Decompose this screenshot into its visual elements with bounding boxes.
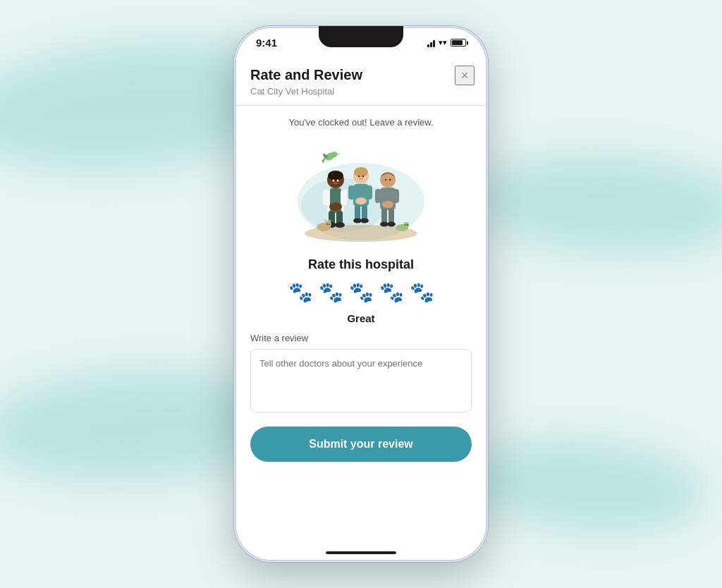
svg-point-41 (387, 221, 396, 226)
svg-point-30 (360, 218, 369, 223)
svg-rect-36 (393, 189, 399, 203)
rate-heading: Rate this hospital (308, 257, 414, 272)
svg-marker-5 (337, 153, 340, 155)
svg-point-22 (362, 175, 364, 176)
submit-button[interactable]: Submit your review (250, 427, 472, 462)
svg-point-8 (333, 179, 335, 181)
svg-point-31 (380, 172, 396, 188)
svg-point-50 (405, 224, 406, 226)
rating-label: Great (347, 312, 374, 324)
phone-frame: 9:41 ▾▾ Rate and Review Cat City Vet Hos… (234, 26, 488, 562)
phone-inner: 9:41 ▾▾ Rate and Review Cat City Vet Hos… (236, 28, 486, 560)
clock-out-text: You've clocked out! Leave a review. (288, 117, 433, 128)
content-area: You've clocked out! Leave a review. (236, 106, 486, 473)
svg-rect-24 (348, 185, 355, 200)
svg-rect-13 (341, 190, 347, 205)
screen: Rate and Review Cat City Vet Hospital × … (236, 53, 486, 546)
paw-3[interactable]: 🐾 (349, 281, 374, 304)
wifi-icon: ▾▾ (439, 38, 447, 47)
svg-point-46 (326, 223, 328, 225)
paw-2[interactable]: 🐾 (319, 281, 343, 304)
illustration (290, 136, 432, 249)
paw-rating[interactable]: 🐾 🐾 🐾 🐾 🐾 (288, 281, 434, 304)
paw-1[interactable]: 🐾 (288, 281, 313, 304)
svg-rect-35 (375, 189, 381, 203)
svg-rect-12 (323, 190, 329, 205)
close-button[interactable]: × (455, 66, 475, 85)
home-bar (326, 551, 396, 554)
svg-point-33 (389, 178, 391, 180)
svg-point-21 (358, 175, 360, 176)
notch (319, 26, 403, 47)
svg-rect-25 (366, 185, 372, 200)
modal-header: Rate and Review Cat City Vet Hospital × (236, 53, 486, 106)
vet-team-illustration (290, 138, 432, 247)
paw-5[interactable]: 🐾 (410, 281, 434, 304)
review-section: Write a review (250, 333, 472, 415)
svg-point-9 (337, 179, 339, 181)
review-label: Write a review (250, 333, 472, 343)
svg-point-20 (354, 167, 368, 177)
review-textarea[interactable] (250, 349, 472, 412)
modal-subtitle: Cat City Vet Hospital (250, 86, 472, 97)
svg-point-51 (407, 224, 408, 226)
battery-icon (451, 39, 466, 47)
svg-point-18 (335, 222, 345, 228)
paw-4[interactable]: 🐾 (379, 281, 404, 304)
svg-point-47 (329, 223, 330, 225)
svg-point-14 (329, 202, 342, 211)
signal-icon (427, 39, 435, 47)
status-time: 9:41 (256, 37, 277, 49)
svg-point-37 (382, 201, 393, 208)
modal-title: Rate and Review (250, 67, 472, 83)
status-icons: ▾▾ (427, 38, 466, 47)
svg-point-4 (331, 152, 337, 157)
svg-point-26 (355, 197, 367, 204)
home-indicator (236, 546, 486, 560)
svg-point-7 (328, 171, 343, 180)
svg-point-32 (385, 178, 386, 180)
